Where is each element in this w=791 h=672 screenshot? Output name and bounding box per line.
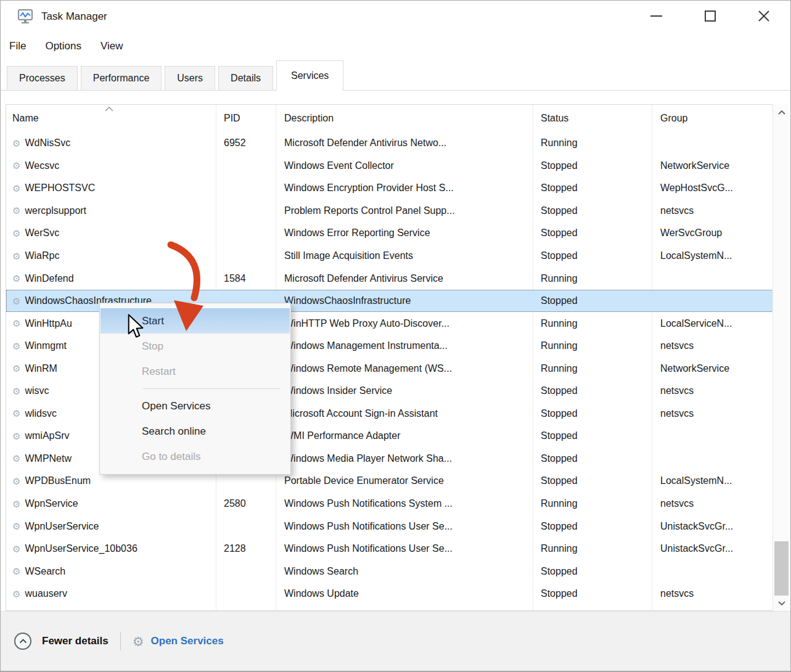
- tab-users[interactable]: Users: [165, 66, 215, 91]
- tab-processes[interactable]: Processes: [7, 66, 78, 91]
- menu-file[interactable]: File: [9, 40, 45, 52]
- maximize-button[interactable]: [683, 1, 737, 31]
- cell-group: netsvcs: [652, 340, 773, 351]
- minimize-button[interactable]: [629, 1, 683, 31]
- cell-description: Portable Device Enumerator Service: [276, 475, 533, 486]
- window-title: Task Manager: [41, 10, 107, 23]
- chevron-down-icon: [778, 601, 785, 605]
- service-name: WpnUserService: [25, 521, 99, 532]
- cell-description: Windows Insider Service: [276, 385, 533, 396]
- tab-details[interactable]: Details: [218, 66, 273, 91]
- window-controls: [629, 1, 790, 31]
- service-name: WpnUserService_10b036: [25, 543, 137, 554]
- service-row[interactable]: ⚙WerSvcWindows Error Reporting ServiceSt…: [6, 222, 773, 245]
- cell-group: WepHostSvcG...: [652, 182, 773, 194]
- service-gear-icon: ⚙: [12, 589, 20, 599]
- column-header-pid[interactable]: PID: [216, 113, 276, 124]
- service-row[interactable]: ⚙WEPHOSTSVCWindows Encryption Provider H…: [6, 177, 773, 200]
- service-gear-icon: ⚙: [12, 522, 20, 531]
- scroll-up-button[interactable]: [773, 104, 790, 120]
- service-name: WEPHOSTSVC: [25, 182, 95, 194]
- open-services-link[interactable]: Open Services: [151, 635, 224, 647]
- service-name: Wecsvc: [25, 160, 59, 171]
- cell-name: ⚙WiaRpc: [6, 250, 216, 261]
- cell-name: ⚙WEPHOSTSVC: [6, 182, 216, 194]
- context-menu-item-open-services[interactable]: Open Services: [100, 393, 290, 419]
- cell-status: Stopped: [533, 227, 652, 239]
- service-name: WSearch: [25, 566, 65, 577]
- tab-services[interactable]: Services: [276, 60, 343, 91]
- service-name: wlidsvc: [25, 408, 57, 419]
- fewer-details-label[interactable]: Fewer details: [42, 635, 109, 647]
- context-menu-item-start[interactable]: Start: [100, 308, 290, 334]
- service-row[interactable]: ⚙wuauservWindows UpdateStoppednetsvcs: [6, 583, 773, 605]
- column-header-name[interactable]: Name: [6, 113, 216, 124]
- cell-name: ⚙wuauserv: [6, 588, 216, 599]
- service-row[interactable]: ⚙WpnUserService_10b0362128Windows Push N…: [6, 538, 773, 560]
- cell-description: Windows Management Instrumenta...: [276, 340, 533, 351]
- cell-group: NetworkService: [652, 160, 773, 171]
- service-row[interactable]: ⚙WiaRpcStill Image Acquisition EventsSto…: [6, 245, 773, 268]
- service-gear-icon: ⚙: [12, 184, 20, 193]
- cell-name: ⚙WerSvc: [6, 227, 216, 239]
- service-gear-icon: ⚙: [12, 567, 20, 576]
- service-gear-icon: ⚙: [12, 229, 20, 238]
- service-gear-icon: ⚙: [12, 161, 20, 170]
- service-name: WiaRpc: [25, 250, 59, 261]
- column-header-group[interactable]: Group: [652, 113, 773, 124]
- cell-group: LocalSystemN...: [652, 250, 773, 261]
- cell-name: ⚙WpnUserService: [6, 521, 216, 532]
- service-row[interactable]: ⚙WSearchWindows SearchStopped: [6, 560, 773, 583]
- fewer-details-button[interactable]: [14, 633, 31, 650]
- context-menu-item-go-to-details: Go to details: [100, 444, 290, 469]
- menu-view[interactable]: View: [100, 40, 142, 52]
- scrollbar-thumb[interactable]: [774, 541, 789, 596]
- cell-pid: 2580: [216, 498, 276, 509]
- cell-description: Microsoft Defender Antivirus Netwo...: [276, 137, 533, 149]
- cell-status: Running: [533, 137, 652, 149]
- scroll-down-button[interactable]: [773, 595, 790, 611]
- menu-bar: FileOptionsView: [1, 33, 790, 60]
- service-row[interactable]: ⚙WdNisSvc6952Microsoft Defender Antiviru…: [6, 132, 773, 155]
- service-row[interactable]: ⚙WinDefend1584Microsoft Defender Antivir…: [6, 267, 773, 290]
- service-name: WpnService: [25, 498, 78, 509]
- cell-status: Stopped: [533, 475, 652, 486]
- service-row[interactable]: ⚙WpnService2580Windows Push Notification…: [6, 493, 773, 515]
- cell-name: ⚙WSearch: [6, 566, 216, 577]
- service-name: WinRM: [25, 363, 57, 374]
- chevron-up-circle-icon: [19, 639, 27, 644]
- service-name: Winmgmt: [25, 340, 67, 351]
- cell-group: WerSvcGroup: [652, 227, 773, 239]
- service-row[interactable]: ⚙WecsvcWindows Event CollectorStoppedNet…: [6, 155, 773, 178]
- service-gear-icon: ⚙: [12, 364, 20, 373]
- close-button[interactable]: [737, 1, 790, 31]
- cell-description: WindowsChaosInfrastructure: [276, 295, 533, 306]
- maximize-icon: [705, 10, 716, 22]
- minimize-icon: [650, 15, 662, 17]
- service-row[interactable]: ⚙wercplsupportProblem Reports Control Pa…: [6, 200, 773, 223]
- service-gear-icon: ⚙: [12, 319, 20, 328]
- cell-pid: 1584: [216, 273, 276, 284]
- cell-group: netsvcs: [652, 588, 773, 599]
- column-header-description[interactable]: Description: [276, 113, 533, 124]
- close-icon: [757, 9, 771, 23]
- tab-performance[interactable]: Performance: [81, 66, 162, 91]
- cell-description: Still Image Acquisition Events: [276, 250, 533, 261]
- cell-description: Windows Remote Management (WS...: [276, 363, 533, 374]
- service-row[interactable]: ⚙WpnUserServiceWindows Push Notification…: [6, 515, 773, 538]
- service-name: WPDBusEnum: [25, 475, 91, 486]
- service-name: wmiApSrv: [25, 430, 69, 441]
- cell-status: Stopped: [533, 250, 652, 261]
- cell-description: Windows Search: [276, 566, 533, 577]
- cell-group: netsvcs: [652, 205, 773, 216]
- context-menu-item-search-online[interactable]: Search online: [100, 419, 290, 444]
- column-header-status[interactable]: Status: [533, 113, 652, 124]
- service-gear-icon: ⚙: [12, 206, 20, 215]
- cell-description: Windows Push Notifications User Se...: [276, 543, 533, 554]
- cell-group: LocalSystemN...: [652, 475, 773, 486]
- cell-status: Running: [533, 340, 652, 351]
- cell-name: ⚙WdNisSvc: [6, 137, 216, 149]
- vertical-scrollbar[interactable]: [773, 104, 790, 611]
- menu-options[interactable]: Options: [45, 40, 100, 52]
- cell-status: Running: [533, 318, 652, 329]
